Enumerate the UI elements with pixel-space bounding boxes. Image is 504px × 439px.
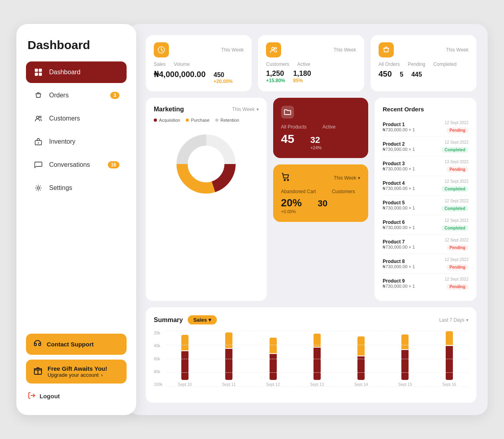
marketing-legend: Acquisition Purchase Retention	[154, 118, 259, 123]
conversations-badge: 16	[108, 161, 119, 168]
gift-upgrade-button[interactable]: Free Gift Awaits You! Upgrade your accou…	[26, 360, 127, 384]
order-row: Product 4 ₦730,000.00 × 1 12 Sept 2022 C…	[383, 176, 468, 196]
status-badge: Completed	[441, 147, 468, 153]
sidebar-title: Dashboard	[26, 38, 127, 52]
marketing-title: Marketing	[154, 106, 184, 113]
gear-icon	[33, 183, 44, 193]
status-badge: Pending	[446, 245, 468, 251]
folder-icon	[281, 106, 294, 119]
svg-point-4	[36, 116, 39, 119]
bar-yellow	[401, 334, 409, 349]
bar-yellow	[270, 338, 277, 353]
cart-icon	[281, 172, 290, 183]
sales-values: ₦4,000,000.00 450 +20.00%	[154, 69, 244, 84]
marketing-period[interactable]: This Week ▾	[232, 107, 258, 112]
orders-card-title: Recent Orders	[383, 106, 468, 113]
sales-period[interactable]: This Week	[221, 47, 244, 53]
y-label: 40k	[154, 344, 163, 348]
bar-red	[401, 350, 409, 380]
bar-stack	[210, 331, 248, 380]
status-badge: Pending	[446, 127, 468, 133]
sidebar-item-inventory[interactable]: Inventory	[26, 131, 127, 152]
bar-yellow	[181, 335, 189, 350]
spacer	[26, 200, 127, 334]
contact-support-label: Contact Support	[47, 341, 94, 348]
status-badge: Completed	[441, 206, 468, 212]
products-card: All Products Active 45 32 +24%	[273, 98, 369, 158]
status-badge: Completed	[441, 225, 468, 231]
gift-icon	[33, 366, 43, 377]
chart-bar-group: Sept 16	[430, 331, 468, 387]
order-row: Product 9 ₦730,000.00 × 1 12 Sept 2022 P…	[383, 274, 468, 293]
chart-y-axis: 100k 80k 60k 40k 20k	[154, 331, 163, 395]
status-badge: Pending	[446, 264, 468, 270]
app-container: Dashboard Dashboard Orders 3 Customers	[16, 24, 488, 415]
bar-stack	[386, 331, 424, 380]
gift-sub: Upgrade your account ›	[48, 372, 107, 378]
box-icon	[33, 136, 44, 147]
orders-stat-card: This Week All Orders Pending Completed 4…	[371, 35, 476, 91]
svg-point-18	[189, 146, 224, 182]
sidebar-item-label: Orders	[49, 92, 69, 99]
chat-icon	[33, 160, 44, 170]
order-row: Product 7 ₦730,000.00 × 1 12 Sept 2022 P…	[383, 235, 468, 254]
recent-orders-card: Recent Orders Product 1 ₦730,000.00 × 1 …	[375, 98, 476, 301]
svg-rect-3	[39, 73, 42, 76]
cart-card: This Week ▾ Abandoned Cart Customers 20%…	[273, 164, 369, 222]
sidebar-item-label: Conversations	[49, 161, 90, 168]
order-row: Product 3 ₦730,000.00 × 1 13 Sept 2022 P…	[383, 156, 468, 176]
status-badge: Pending	[446, 166, 468, 172]
order-row: Product 6 ₦730,000.00 × 1 12 Sept 2022 C…	[383, 215, 468, 235]
chart-bar-group: Sept 14	[342, 331, 380, 387]
cart-period[interactable]: This Week ▾	[334, 175, 360, 181]
bar-stack	[430, 331, 468, 380]
sidebar-item-conversations[interactable]: Conversations 16	[26, 154, 127, 176]
y-label: 100k	[154, 382, 163, 387]
bar-red	[225, 349, 232, 380]
sales-icon	[154, 42, 169, 57]
bar-yellow	[225, 332, 232, 348]
y-label: 20k	[154, 331, 163, 335]
users-icon	[33, 113, 44, 124]
order-row: Product 1 ₦730,000.00 × 1 12 Sept 2022 P…	[383, 117, 468, 137]
summary-period[interactable]: Last 7 Days ▾	[439, 317, 468, 323]
bar-yellow	[446, 331, 453, 345]
chart-bars-container: Sept 10Sept 11Sept 12Sept 13Sept 14Sept …	[166, 331, 468, 395]
sidebar-item-orders[interactable]: Orders 3	[26, 85, 127, 106]
svg-point-13	[275, 47, 276, 49]
gift-title: Free Gift Awaits You!	[48, 365, 107, 372]
bar-red	[357, 356, 365, 380]
sidebar-item-label: Customers	[49, 115, 80, 122]
order-row: Product 2 ₦730,000.00 × 1 12 Sept 2022 C…	[383, 137, 468, 156]
contact-support-button[interactable]: Contact Support	[26, 334, 127, 355]
sidebar-item-customers[interactable]: Customers	[26, 108, 127, 129]
stats-row: This Week Sales Volume ₦4,000,000.00 450…	[146, 35, 476, 91]
sidebar-item-dashboard[interactable]: Dashboard	[26, 61, 127, 83]
legend-retention: Retention	[215, 118, 239, 123]
svg-rect-1	[39, 69, 42, 72]
svg-point-19	[284, 180, 285, 181]
y-label: 60k	[154, 357, 163, 361]
sidebar-item-label: Inventory	[49, 138, 75, 145]
logout-label: Logout	[40, 393, 60, 399]
chart-bars: Sept 10Sept 11Sept 12Sept 13Sept 14Sept …	[166, 331, 468, 395]
bar-red	[270, 354, 277, 380]
products-cart-col: All Products Active 45 32 +24%	[273, 98, 369, 301]
orders-icon	[379, 42, 394, 57]
chart-container: 100k 80k 60k 40k 20k	[154, 331, 468, 395]
orders-badge: 3	[110, 92, 119, 99]
grid-icon	[33, 67, 44, 77]
logout-button[interactable]: Logout	[26, 392, 127, 401]
sidebar-item-settings[interactable]: Settings	[26, 177, 127, 199]
bar-red	[314, 348, 321, 380]
bag-icon	[33, 90, 44, 101]
bar-stack	[342, 331, 380, 380]
bar-label: Sept 16	[442, 382, 456, 387]
order-row: Product 8 ₦730,000.00 × 1 12 Sept 2022 P…	[383, 254, 468, 274]
summary-tab-sales[interactable]: Sales ▾	[188, 315, 217, 324]
svg-point-5	[40, 116, 41, 118]
svg-point-20	[287, 180, 288, 181]
chart-bar-group: Sept 10	[166, 331, 204, 387]
sales-card-header: This Week	[154, 42, 244, 57]
bar-stack	[166, 331, 204, 380]
